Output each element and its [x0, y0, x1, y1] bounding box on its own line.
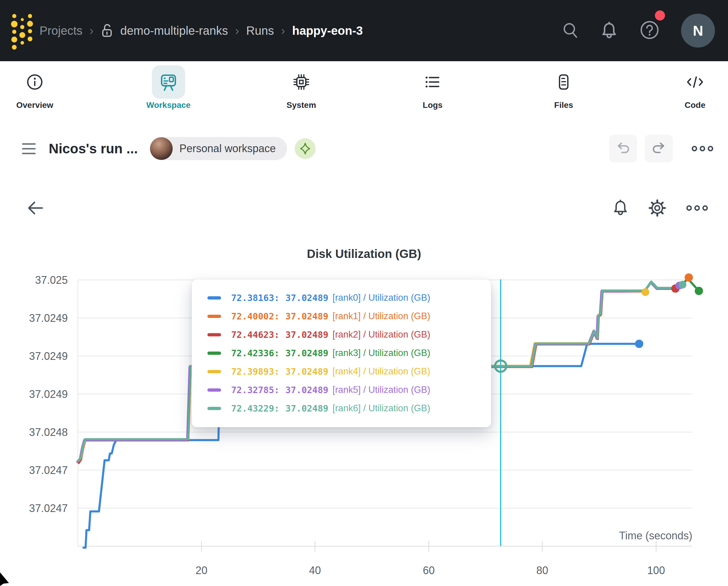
tooltip-series-label: [rank3] / Utilization (GB): [333, 348, 430, 358]
unlock-icon: [101, 23, 113, 38]
notification-dot: [655, 10, 665, 21]
x-tick-label: 40: [309, 564, 321, 577]
breadcrumb-runs[interactable]: Runs: [246, 24, 274, 37]
tab-system[interactable]: System: [263, 66, 340, 110]
workspace-actions: [609, 135, 714, 162]
tooltip-value: 37.02489: [286, 366, 329, 377]
chevron-right-icon: ›: [90, 24, 94, 37]
tooltip-time: 72.40002:: [231, 311, 280, 322]
y-tick-label: 37.0247: [29, 464, 68, 476]
help-button[interactable]: [640, 20, 660, 41]
tab-label: Files: [554, 100, 573, 110]
chevron-right-icon: ›: [281, 24, 285, 37]
workspace-selector-label: Personal workspace: [180, 142, 276, 155]
x-tick-label: 20: [196, 564, 207, 577]
chevron-right-icon: ›: [235, 24, 239, 37]
breadcrumb-project[interactable]: demo-multiple-ranks: [120, 24, 228, 37]
run-tabs: Overview Workspace: [0, 61, 728, 121]
mouse-cursor: [0, 572, 10, 586]
tooltip-time: 72.44623:: [231, 330, 280, 340]
tooltip-time: 72.43229:: [231, 403, 280, 414]
breadcrumb-projects[interactable]: Projects: [40, 24, 83, 37]
tooltip-row: 72.44623: 37.02489 [rank2] / Utilization…: [192, 325, 491, 344]
tooltip-row: 72.32785: 37.02489 [rank5] / Utilization…: [192, 381, 491, 399]
endpoint-rank0: [635, 340, 643, 348]
y-tick-label: 37.0249: [29, 312, 68, 324]
more-options-icon[interactable]: [691, 145, 714, 152]
workspace-header: Nicos's run ... Personal workspace: [0, 121, 728, 177]
tooltip-value: 37.02489: [286, 403, 329, 414]
y-tick-label: 37.025: [35, 274, 68, 286]
workspace-selector[interactable]: Personal workspace: [150, 137, 287, 160]
endpoint-rank4: [642, 288, 649, 296]
legend-dash-icon: [207, 388, 221, 392]
tab-workspace[interactable]: Workspace: [130, 66, 207, 110]
y-tick-label: 37.0247: [29, 502, 68, 514]
tooltip-value: 37.02489: [286, 311, 329, 322]
tab-logs[interactable]: Logs: [394, 66, 471, 110]
document-icon: [547, 66, 580, 99]
endpoint-rank6: [679, 281, 686, 288]
search-icon[interactable]: [562, 22, 579, 40]
tab-files[interactable]: Files: [525, 66, 602, 110]
bell-icon[interactable]: [600, 21, 618, 40]
tooltip-row: 72.42336: 37.02489 [rank3] / Utilization…: [192, 344, 491, 362]
tab-label: Code: [685, 100, 705, 110]
y-tick-label: 37.0248: [29, 426, 68, 438]
run-title[interactable]: Nicos's run ...: [49, 141, 138, 157]
x-tick-label: 80: [536, 564, 548, 577]
list-icon: [416, 66, 449, 99]
tab-label: System: [286, 100, 316, 110]
tooltip-value: 37.02489: [286, 330, 329, 340]
x-tick-label: 100: [647, 564, 665, 577]
workspace-icon: [152, 66, 185, 99]
x-axis-title: Time (seconds): [619, 530, 692, 542]
chart-panel: Disk Utilization (GB) 37.025 37.0249 3: [0, 177, 728, 586]
tooltip-value: 37.02489: [286, 293, 329, 303]
tooltip-series-label: [rank1] / Utilization (GB): [333, 311, 430, 322]
tab-label: Logs: [423, 100, 443, 110]
endpoint-rank3: [695, 287, 703, 295]
legend-dash-icon: [207, 296, 221, 300]
cpu-chip-icon: [285, 66, 318, 99]
tooltip-series-label: [rank6] / Utilization (GB): [333, 403, 430, 414]
tooltip-row: 72.38163: 37.02489 [rank0] / Utilization…: [192, 288, 491, 307]
x-tick-label: 60: [423, 564, 435, 577]
top-navigation-bar: Projects › demo-multiple-ranks › Runs › …: [0, 0, 728, 61]
legend-dash-icon: [207, 407, 221, 410]
tooltip-time: 72.42336:: [231, 348, 280, 358]
undo-button[interactable]: [609, 135, 637, 162]
legend-dash-icon: [207, 315, 221, 318]
tab-overview[interactable]: Overview: [0, 66, 73, 110]
menu-icon[interactable]: [22, 143, 36, 154]
code-icon: [678, 66, 712, 99]
tab-code[interactable]: Code: [656, 66, 728, 110]
redo-button[interactable]: [645, 135, 673, 162]
tooltip-series-label: [rank0] / Utilization (GB): [333, 292, 430, 303]
tooltip-time: 72.32785:: [231, 385, 280, 395]
tooltip-value: 37.02489: [286, 385, 329, 395]
tooltip-value: 37.02489: [286, 348, 329, 358]
tooltip-series-label: [rank4] / Utilization (GB): [333, 366, 430, 377]
info-icon: [18, 66, 51, 99]
user-photo-avatar: [150, 137, 173, 160]
y-tick-label: 37.0249: [29, 388, 68, 400]
wandb-logo-icon[interactable]: [10, 12, 34, 50]
legend-dash-icon: [207, 352, 221, 355]
user-avatar[interactable]: N: [681, 14, 715, 48]
legend-dash-icon: [207, 370, 221, 373]
legend-dash-icon: [207, 333, 221, 336]
tooltip-time: 72.39893:: [231, 366, 280, 377]
tooltip-time: 72.38163:: [231, 293, 280, 303]
tooltip-row: 72.40002: 37.02489 [rank1] / Utilization…: [192, 307, 491, 325]
y-tick-label: 37.0249: [29, 350, 68, 362]
tab-label: Workspace: [147, 100, 191, 110]
help-icon: [640, 20, 660, 40]
breadcrumb-run-name[interactable]: happy-eon-3: [292, 24, 363, 37]
redo-icon: [651, 142, 667, 155]
sparkle-button[interactable]: [295, 138, 316, 159]
tooltip-row: 72.39893: 37.02489 [rank4] / Utilization…: [192, 362, 491, 381]
tooltip-series-label: [rank5] / Utilization (GB): [333, 384, 430, 395]
chart-tooltip: 72.38163: 37.02489 [rank0] / Utilization…: [192, 279, 491, 427]
tab-label: Overview: [16, 100, 53, 110]
